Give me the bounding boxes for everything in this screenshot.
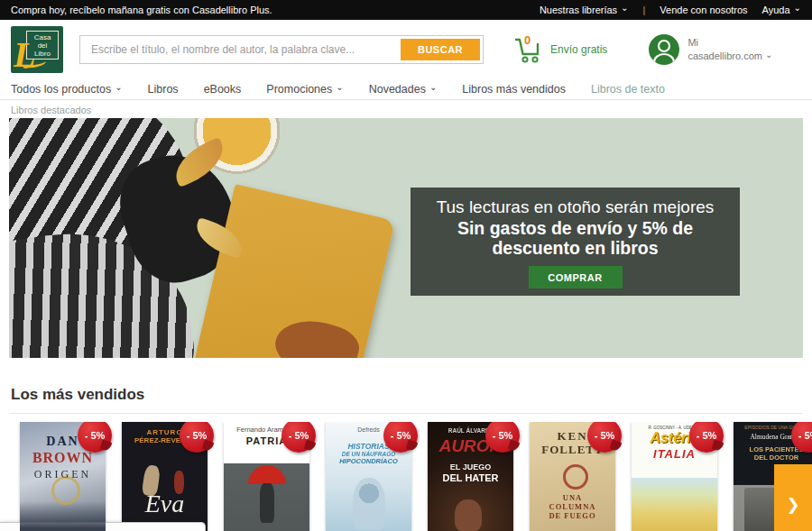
nav-item-promociones[interactable]: Promociones⌄ — [266, 83, 343, 96]
search-button[interactable]: BUSCAR — [401, 39, 480, 60]
hero-eyebrow: Libros destacados — [11, 105, 801, 115]
cover-text: ORIGEN — [20, 468, 106, 481]
cart[interactable]: 0 Envío gratis — [512, 35, 607, 64]
user-icon — [649, 34, 679, 65]
hero-title: Tus lecturas en otoño serán mejores — [418, 197, 733, 217]
book-card-patria[interactable]: Fernando AramburuPATRIA- 5% — [224, 422, 309, 531]
nav-item-libros-de-texto[interactable]: Libros de texto — [591, 83, 665, 96]
cover-text: COLUMNA — [530, 502, 615, 511]
discount-badge: - 5% — [689, 422, 724, 453]
discount-badge: - 5% — [78, 422, 112, 453]
discount-badge: - 5% — [383, 422, 418, 453]
section-divider — [9, 413, 803, 414]
book-card-auron[interactable]: RAÚL ÁLVAREZAURONEL JUEGODEL HATER- 5% — [428, 422, 513, 531]
nav-item-libros-mas-vendidos[interactable]: Libros más vendidos — [462, 83, 566, 96]
nav-item-novedades[interactable]: Novedades⌄ — [369, 83, 438, 96]
discount-badge: - 5% — [587, 422, 622, 453]
cover-text: DEL DOCTOR — [734, 454, 812, 462]
logo-l-glyph: L — [14, 33, 35, 76]
cover-text: UNA — [530, 493, 615, 502]
chevron-down-icon: ⌄ — [765, 50, 772, 60]
free-shipping-label: Envío gratis — [550, 43, 607, 56]
book-card-asterix[interactable]: R. GOSCINNY - A. UDERZOAstérixITALIA- 5% — [632, 422, 717, 531]
promo-bar: Compra hoy, recíbelo mañana gratis con C… — [0, 0, 812, 20]
link-nuestras-librerias[interactable]: Nuestras librerías ⌄ — [540, 5, 629, 15]
discount-badge: - 5% — [485, 422, 520, 453]
cover-text: HIPOCONDRÍACO — [326, 458, 411, 466]
discount-badge: - 5% — [281, 422, 316, 453]
site-header: Casa del Libro L BUSCAR 0 Envío gratis — [0, 20, 812, 79]
book-card-follett[interactable]: KENFOLLETTUNACOLUMNADE FUEGO- 5% — [530, 422, 615, 531]
chevron-down-icon: ⌄ — [115, 83, 122, 92]
account-label: Mi casadellibro.com ⌄ — [687, 36, 772, 63]
casa-del-libro-logo[interactable]: Casa del Libro L — [11, 26, 63, 73]
bestsellers-carousel: DANBROWNORIGEN- 5%ARTUROPÉREZ-REVERTEEva… — [0, 422, 812, 531]
promo-message: Compra hoy, recíbelo mañana gratis con C… — [11, 5, 272, 15]
search-bar: BUSCAR — [79, 35, 484, 64]
carousel-next-button[interactable]: ❯ — [774, 464, 812, 531]
link-vende-con-nosotros[interactable]: Vende con nosotros — [660, 5, 747, 15]
discount-badge: - 5% — [180, 422, 214, 453]
chevron-right-icon: ❯ — [786, 495, 799, 515]
cart-icon: 0 — [512, 35, 543, 64]
nav-item-todos-los-productos[interactable]: Todos los productos⌄ — [11, 83, 123, 96]
link-ayuda[interactable]: Ayuda ⌄ — [762, 5, 801, 15]
book-card-origen[interactable]: DANBROWNORIGEN- 5% — [20, 422, 106, 531]
cover-text: DE FUEGO — [530, 511, 615, 520]
cover-text: EL JUEGO — [428, 462, 513, 472]
book-card-eva[interactable]: ARTUROPÉREZ-REVERTEEva- 5% — [122, 422, 208, 531]
chevron-down-icon: ⌄ — [621, 4, 628, 13]
bestsellers-heading: Los más vendidos — [11, 386, 801, 404]
nav-item-ebooks[interactable]: eBooks — [204, 83, 242, 96]
hero-banner[interactable]: Tus lecturas en otoño serán mejores Sin … — [9, 118, 803, 358]
book-card-naufrago[interactable]: DefredsHISTORIASDE UN NÁUFRAGOHIPOCONDRÍ… — [326, 422, 411, 531]
cover-text: DEL HATER — [428, 472, 513, 484]
chevron-down-icon: ⌄ — [429, 83, 437, 92]
account-menu[interactable]: Mi casadellibro.com ⌄ — [649, 34, 772, 65]
chevron-down-icon: ⌄ — [336, 83, 343, 92]
hero-overlay: Tus lecturas en otoño serán mejores Sin … — [411, 188, 740, 296]
nav-item-libros[interactable]: Libros — [148, 83, 179, 96]
chevron-down-icon: ⌄ — [794, 4, 801, 13]
cart-count-badge: 0 — [524, 33, 531, 47]
hero-subtitle: Sin gastos de envío y 5% de descuento en… — [418, 218, 733, 258]
divider: | — [643, 5, 646, 15]
promo-links: Nuestras librerías ⌄ | Vende con nosotro… — [540, 5, 801, 15]
comprar-button[interactable]: COMPRAR — [529, 266, 623, 288]
cover-text: Eva — [122, 489, 208, 518]
main-nav: Todos los productos⌄LibroseBooksPromocio… — [0, 79, 812, 100]
